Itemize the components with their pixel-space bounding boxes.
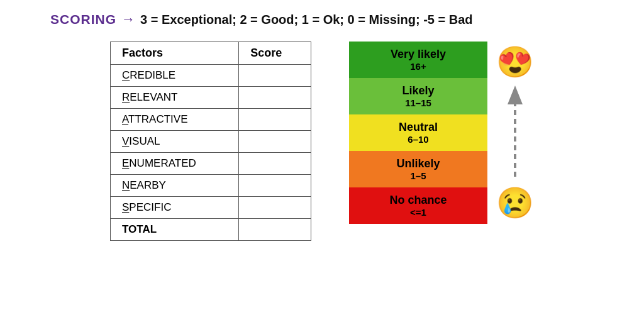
total-row: TOTAL xyxy=(111,219,311,241)
table-row: ENUMERATED xyxy=(111,153,311,175)
scoring-label: SCORING xyxy=(50,12,116,27)
underline-letter: A xyxy=(122,113,128,125)
col-score: Score xyxy=(239,42,311,65)
factor-cell: VISUAL xyxy=(111,131,239,153)
factors-table: Factors Score CREDIBLERELEVANTATTRACTIVE… xyxy=(110,42,311,241)
underline-letter: N xyxy=(122,179,130,191)
svg-marker-1 xyxy=(508,86,523,104)
table-row: ATTRACTIVE xyxy=(111,109,311,131)
scale-row: Unlikely 1–5 xyxy=(349,151,487,187)
table-row: SPECIFIC xyxy=(111,197,311,219)
scale-row: Likely 11–15 xyxy=(349,78,487,114)
scale-label: Neutral xyxy=(399,121,438,134)
emoji-top: 😍 xyxy=(496,47,534,77)
scale-range: 16+ xyxy=(410,61,426,72)
score-cell xyxy=(239,153,311,175)
score-cell xyxy=(239,65,311,87)
score-cell xyxy=(239,131,311,153)
emoji-arrow-column: 😍 😢 xyxy=(496,47,534,218)
table-row: RELEVANT xyxy=(111,87,311,109)
underline-letter: V xyxy=(122,135,129,147)
underline-letter: C xyxy=(122,69,130,81)
factor-cell: NEARBY xyxy=(111,175,239,197)
scale-range: 11–15 xyxy=(405,97,431,108)
scale-row: No chance <=1 xyxy=(349,187,487,224)
table-row: NEARBY xyxy=(111,175,311,197)
underline-letter: E xyxy=(122,157,129,169)
score-cell xyxy=(239,197,311,219)
scale-range: <=1 xyxy=(410,207,426,218)
table-row: VISUAL xyxy=(111,131,311,153)
right-side: Very likely 16+ Likely 11–15 Neutral 6–1… xyxy=(349,42,534,224)
total-score xyxy=(239,219,311,241)
scale-container: Very likely 16+ Likely 11–15 Neutral 6–1… xyxy=(349,42,487,224)
factor-cell: CREDIBLE xyxy=(111,65,239,87)
factor-cell: SPECIFIC xyxy=(111,197,239,219)
scale-label: Very likely xyxy=(391,48,446,61)
main-content: Factors Score CREDIBLERELEVANTATTRACTIVE… xyxy=(19,42,625,241)
arrow-up-icon xyxy=(504,77,526,188)
scale-range: 1–5 xyxy=(410,170,426,181)
col-factors: Factors xyxy=(111,42,239,65)
scale-label: Likely xyxy=(402,84,434,97)
underline-letter: R xyxy=(122,91,130,103)
factor-cell: RELEVANT xyxy=(111,87,239,109)
score-cell xyxy=(239,87,311,109)
scoring-header: SCORING → 3 = Exceptional; 2 = Good; 1 =… xyxy=(19,11,473,28)
emoji-bottom: 😢 xyxy=(496,188,534,218)
factor-cell: ENUMERATED xyxy=(111,153,239,175)
scale-row: Very likely 16+ xyxy=(349,42,487,78)
score-cell xyxy=(239,175,311,197)
total-label: TOTAL xyxy=(111,219,239,241)
scoring-description: 3 = Exceptional; 2 = Good; 1 = Ok; 0 = M… xyxy=(140,13,473,27)
factor-cell: ATTRACTIVE xyxy=(111,109,239,131)
scale-label: Unlikely xyxy=(396,157,440,170)
underline-letter: S xyxy=(122,201,129,213)
scoring-arrow: → xyxy=(121,11,135,28)
scale-row: Neutral 6–10 xyxy=(349,114,487,151)
score-cell xyxy=(239,109,311,131)
scale-label: No chance xyxy=(389,194,447,207)
table-row: CREDIBLE xyxy=(111,65,311,87)
scale-range: 6–10 xyxy=(408,134,428,145)
